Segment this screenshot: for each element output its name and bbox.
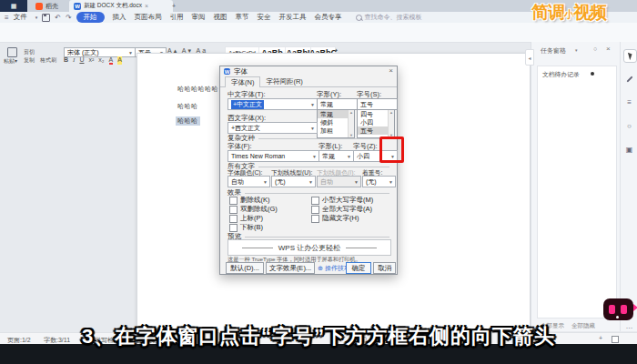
ribbon-tab-review[interactable]: 审阅	[192, 13, 206, 22]
format-painter-button[interactable]: 格式刷	[40, 56, 56, 65]
checkbox-small-caps[interactable]: 小型大写字母(M)	[311, 196, 373, 205]
undo-icon[interactable]: ↶	[55, 14, 61, 22]
tab-document[interactable]: W 新建 DOCX 文档.docx ×	[69, 0, 173, 12]
western-font-combo[interactable]: +西文正文 ▼	[228, 122, 318, 134]
preview-box: WPS 让办公更轻松	[228, 239, 391, 256]
ribbon-tab-references[interactable]: 引用	[170, 13, 184, 22]
dialog-titlebar[interactable]: W 字体 ×	[220, 66, 397, 76]
complex-style-combo[interactable]: 常规 ▼	[318, 150, 354, 162]
font-color-combo[interactable]: 自动▼	[228, 176, 270, 187]
pane-footer-show-all[interactable]: 全部显示	[541, 322, 564, 330]
copy-button[interactable]: 复制	[24, 56, 35, 65]
redo-icon[interactable]: ↷	[66, 14, 72, 22]
mascot-watermark	[603, 298, 633, 320]
ribbon-tab-section[interactable]: 章节	[236, 13, 249, 22]
bell-icon[interactable]: ○	[593, 46, 597, 52]
hamburger-icon[interactable]: ≡	[5, 14, 9, 22]
text-effects-button[interactable]: 文字效果(E)...	[266, 262, 315, 274]
tab-daoke[interactable]: 稻壳	[31, 0, 63, 12]
font-name-value: 宋体 (正文)	[67, 48, 99, 57]
ribbon-tab-view[interactable]: 视图	[214, 13, 228, 22]
fullscreen-icon[interactable]	[612, 336, 619, 343]
chinese-font-value: +中文正文	[231, 100, 264, 109]
highlight-button[interactable]: A	[117, 56, 122, 65]
chevron-down-icon: ▼	[387, 179, 395, 185]
dot-icon	[591, 72, 594, 76]
ribbon-tab-developer[interactable]: 开发工具	[279, 13, 307, 22]
doc-text-line[interactable]: 哈哈哈	[177, 102, 198, 111]
file-menu[interactable]: 文件	[14, 13, 27, 22]
underline-style-combo[interactable]: (无)▼	[271, 176, 316, 187]
zoom-in-button[interactable]: +	[599, 335, 602, 341]
chevron-down-icon: ▼	[352, 179, 360, 185]
zoom-percent[interactable]: 100%	[371, 336, 388, 342]
wps-logo-icon: ▦	[11, 3, 17, 10]
ribbon-tab-home[interactable]: 开始	[76, 12, 105, 23]
ribbon-tab-member[interactable]: 会员专享	[315, 13, 342, 22]
wps-home-button[interactable]: ▦	[0, 0, 27, 12]
font-style-buttons[interactable]: B I U x² x₂ A A	[64, 56, 122, 65]
search-placeholder: 查找命令、搜索模板	[365, 13, 422, 22]
chinese-font-combo[interactable]: +中文正文 ▼	[228, 98, 318, 110]
pane-header-title[interactable]: 任务窗格	[541, 46, 566, 56]
dialog-tab-charspacing[interactable]: 字符间距(R)	[260, 76, 308, 86]
ribbon-tab-insert[interactable]: 插入	[113, 13, 126, 22]
checkbox-strikethrough[interactable]: 删除线(K)	[229, 196, 270, 205]
spellcheck-icon	[86, 336, 93, 343]
windows-taskbar: W ∧ ◁) 中 14:20 2021/5/9	[0, 344, 637, 364]
command-search[interactable]: 查找命令、搜索模板	[356, 13, 422, 22]
underline-button[interactable]: U	[79, 56, 84, 65]
default-button[interactable]: 默认(D)...	[226, 262, 264, 274]
pane-close-icon[interactable]: ×	[606, 45, 611, 53]
zoom-out-button[interactable]: −	[391, 335, 395, 341]
paste-button[interactable]: 粘贴▾	[4, 57, 17, 66]
channel-watermark: 简调小视频	[531, 1, 606, 25]
status-bar: 页面:1/2 字数:3/11 拼写检查 文档校对 ▢ ▢ 100% − +	[0, 332, 637, 345]
pane-footer-hide-all[interactable]: 全部隐藏	[571, 322, 595, 330]
doc-text-line-selected[interactable]: 哈哈哈	[176, 116, 200, 126]
underline-color-combo: 自动▼	[317, 176, 361, 187]
superscript-button[interactable]: x²	[88, 56, 94, 65]
ok-button[interactable]: 确定	[346, 262, 371, 274]
complex-font-combo[interactable]: Times New Roman ▼	[228, 150, 319, 162]
italic-button[interactable]: I	[73, 56, 75, 65]
font-color-button[interactable]: A	[109, 56, 114, 65]
writer-doc-icon: W	[74, 3, 81, 10]
pane-collapse-handle[interactable]: ◂	[525, 49, 534, 66]
new-tab-button[interactable]: +	[167, 0, 180, 12]
chevron-down-icon: ▼	[126, 50, 135, 56]
dialog-icon: W	[224, 68, 230, 75]
reference-book-icon[interactable]: ▣	[623, 144, 635, 156]
pane-content: 文档待办记录	[537, 66, 617, 318]
pane-content-title: 文档待办记录	[542, 70, 580, 79]
dialog-close-icon[interactable]: ×	[389, 66, 393, 75]
subscript-button[interactable]: x₂	[98, 56, 104, 65]
cut-button[interactable]: 剪切	[24, 48, 35, 56]
chevron-down-icon[interactable]: ▾	[575, 47, 578, 53]
close-tab-icon[interactable]: ×	[145, 3, 148, 9]
proofread-icon	[136, 336, 144, 343]
checkbox-double-strikethrough[interactable]: 双删除线(G)	[229, 205, 278, 214]
chevron-down-icon[interactable]: ▾	[35, 15, 38, 20]
checkbox-hidden-text[interactable]: 隐藏文字(H)	[311, 214, 359, 223]
checkbox-all-caps[interactable]: 全部大写字母(A)	[311, 205, 372, 214]
paste-icon[interactable]	[7, 47, 17, 57]
select-tool-icon[interactable]	[623, 49, 637, 63]
view-mode-icons[interactable]: ▢ ▢	[349, 336, 369, 343]
ribbon-tab-security[interactable]: 安全	[258, 13, 271, 22]
ribbon-tab-page-layout[interactable]: 页面布局	[135, 13, 162, 22]
doc-text-line[interactable]: 哈哈哈哈哈哈	[177, 85, 218, 94]
checkbox-superscript[interactable]: 上标(P)	[229, 214, 263, 223]
bold-button[interactable]: B	[64, 56, 68, 65]
checkbox-subscript[interactable]: 下标(B)	[229, 223, 263, 232]
cancel-button[interactable]: 取消	[373, 262, 396, 274]
emphasis-mark-combo[interactable]: (无)▼	[362, 176, 396, 187]
font-dialog: W 字体 × 字体(N) 字符间距(R) 中文字体(T): 字形(Y): 字号(…	[219, 66, 398, 275]
outline-list-icon[interactable]: ≡	[623, 96, 635, 108]
history-clock-icon[interactable]: ○	[623, 120, 635, 132]
dialog-tab-font[interactable]: 字体(N)	[225, 76, 260, 87]
pen-tool-icon[interactable]	[623, 73, 635, 85]
more-tools-icon[interactable]: …	[623, 320, 635, 332]
side-tool-strip: ≡ ○ ▣ …	[620, 42, 637, 331]
save-icon[interactable]	[42, 14, 50, 22]
